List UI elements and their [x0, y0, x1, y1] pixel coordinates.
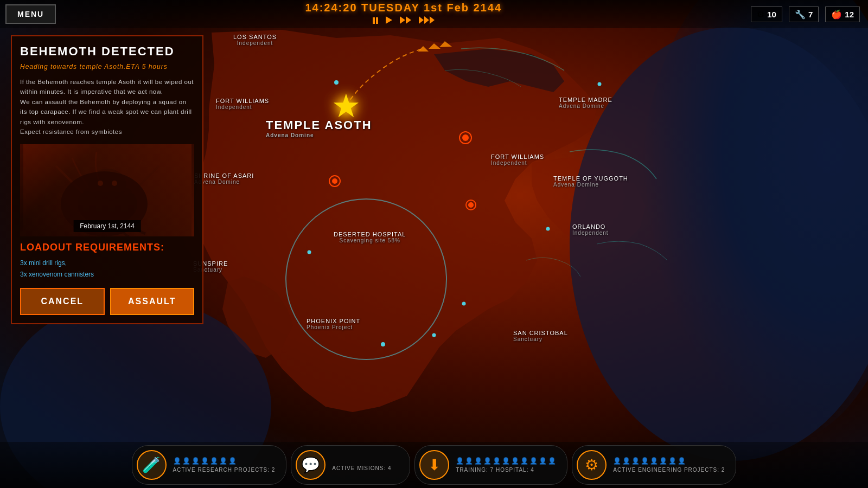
marker-coast-dot	[462, 302, 466, 306]
food-icon: 🍎	[831, 9, 842, 20]
menu-button[interactable]: MENU	[5, 4, 56, 24]
engineering-label: Active Engineering Projects: 2	[613, 467, 725, 473]
missions-icon-circle: 💬	[296, 450, 326, 480]
play-button[interactable]	[384, 15, 394, 27]
missions-panel[interactable]: 💬 Active Misions: 4	[291, 445, 410, 485]
alert-description: If the Behemoth reaches temple Asoth it …	[20, 77, 194, 137]
top-right-stats: ⚙ 10 🔧 7 🍎 12	[751, 7, 860, 22]
marker-sunspire-dot	[308, 251, 311, 254]
behemoth-icon: ★	[331, 87, 361, 125]
alert-subtitle: Heading towards temple Asoth.ETA 5 hours	[20, 63, 194, 70]
svg-point-7	[88, 169, 126, 201]
engineering-panel-content: 👤 👤 👤 👤 👤 👤 👤 👤 Active Engineering Proje…	[613, 457, 725, 473]
loadout-requirements: 3x mini drill rigs, 3x xenovenom cannist…	[20, 258, 194, 280]
action-buttons: CANCEL ASSAULT	[20, 288, 194, 315]
training-persons: 👤 👤 👤 👤 👤 👤 👤 👤 👤 👤 👤	[456, 457, 556, 465]
alert-panel: BEHEMOTH DETECTED Heading towards temple…	[11, 35, 203, 324]
svg-point-8	[98, 181, 103, 186]
science-icon: ⚙	[757, 9, 764, 20]
bottom-bar: 🧪 👤 👤 👤 👤 👤 👤 👤 Active Research Projects…	[0, 442, 868, 488]
marker-teal-top	[334, 80, 339, 85]
engineering-icon-circle: ⚙	[577, 450, 607, 480]
marker-san-cristobal-dot	[432, 333, 436, 337]
triple-speed-button[interactable]	[417, 15, 437, 27]
research-panel[interactable]: 🧪 👤 👤 👤 👤 👤 👤 👤 Active Research Projects…	[132, 445, 287, 485]
top-bar: MENU 14:24:20 TUESDAY 1st Feb 2144 ⚙ 10 …	[0, 0, 868, 28]
research-icon-circle: 🧪	[137, 450, 167, 480]
assault-button[interactable]: ASSAULT	[110, 288, 195, 315]
monster-image: February 1st, 2144	[20, 144, 194, 236]
research-label: Active Research Projects: 2	[173, 467, 276, 473]
research-icon: 🧪	[142, 456, 161, 474]
engineering-panel[interactable]: ⚙ 👤 👤 👤 👤 👤 👤 👤 👤 Active Engineering Pro…	[572, 445, 736, 485]
training-icon-circle: ⬇	[419, 450, 449, 480]
engineering-icon-bottom: ⚙	[585, 456, 598, 474]
missions-panel-content: Active Misions: 4	[332, 459, 391, 471]
cancel-button[interactable]: CANCEL	[20, 288, 105, 315]
stat-engineering: 🔧 7	[789, 7, 819, 22]
stat-science: ⚙ 10	[751, 7, 782, 22]
engineering-icon: 🔧	[795, 9, 806, 20]
svg-point-6	[78, 182, 137, 226]
missions-icon: 💬	[301, 456, 320, 474]
svg-point-0	[570, 27, 868, 461]
training-label: Training: 7 Hospital: 4	[456, 467, 556, 473]
alert-title: BEHEMOTH DETECTED	[20, 44, 194, 59]
fast-forward-button[interactable]	[398, 15, 413, 27]
research-persons: 👤 👤 👤 👤 👤 👤 👤	[173, 457, 276, 465]
date-badge: February 1st, 2144	[73, 220, 141, 232]
speed-controls	[371, 15, 437, 27]
stat-food: 🍎 12	[825, 7, 860, 22]
datetime-display: 14:24:20 TUESDAY 1st Feb 2144	[305, 2, 502, 27]
training-panel-content: 👤 👤 👤 👤 👤 👤 👤 👤 👤 👤 👤 Training: 7 Hospit…	[456, 457, 556, 473]
marker-phoenix-dot	[381, 342, 385, 346]
training-panel[interactable]: ⬇ 👤 👤 👤 👤 👤 👤 👤 👤 👤 👤 👤 Training: 7 Hosp…	[414, 445, 567, 485]
marker-orlando-dot	[546, 227, 550, 231]
datetime-text: 14:24:20 TUESDAY 1st Feb 2144	[305, 2, 502, 14]
marker-temple-madre-dot	[598, 82, 602, 86]
training-icon: ⬇	[428, 456, 441, 474]
pause-button[interactable]	[371, 16, 380, 27]
svg-point-9	[112, 181, 117, 186]
engineering-persons: 👤 👤 👤 👤 👤 👤 👤 👤	[613, 457, 725, 465]
research-panel-content: 👤 👤 👤 👤 👤 👤 👤 Active Research Projects: …	[173, 457, 276, 473]
missions-label: Active Misions: 4	[332, 465, 391, 471]
loadout-title: LOADOUT REQUIREMENTS:	[20, 242, 194, 253]
